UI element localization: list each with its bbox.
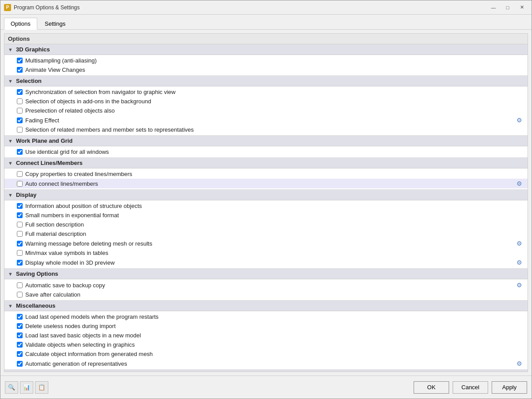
panel-header: Options [4, 34, 528, 44]
checkbox-auto-connect[interactable] [17, 181, 23, 187]
section-header-work-plane[interactable]: ▼ Work Plane and Grid [4, 136, 528, 146]
section-header-diagnostic[interactable]: ▼ Diagnostic data [4, 370, 528, 372]
tab-settings[interactable]: Settings [38, 18, 72, 30]
collapse-icon-display: ▼ [8, 192, 13, 198]
label-save-after-calc: Save after calculation [25, 291, 80, 298]
checkbox-select-members[interactable] [17, 127, 23, 133]
section-items-display: Information about position of structure … [4, 200, 528, 268]
checkbox-load-basic[interactable] [17, 332, 23, 338]
section-header-selection[interactable]: ▼ Selection [4, 76, 528, 86]
collapse-icon-misc: ▼ [8, 303, 13, 309]
label-multisampling: Multisampling (anti-aliasing) [25, 57, 97, 64]
option-multisampling: Multisampling (anti-aliasing) [4, 56, 528, 65]
gear-icon-auto-save[interactable]: ⚙ [513, 282, 522, 289]
ok-button[interactable]: OK [414, 381, 449, 394]
checkbox-fading-effect[interactable] [17, 117, 23, 123]
checkbox-auto-save[interactable] [17, 282, 23, 288]
label-preselect-related: Preselection of related objects also [25, 107, 115, 114]
checkbox-sync-selection[interactable] [17, 89, 23, 95]
section-header-saving[interactable]: ▼ Saving Options [4, 269, 528, 279]
tab-options[interactable]: Options [4, 18, 37, 30]
option-sync-selection: Synchronization of selection from naviga… [4, 87, 528, 97]
copy-tool-button[interactable]: 📋 [35, 381, 48, 394]
label-full-material: Full material description [25, 231, 86, 237]
section-header-connect-lines[interactable]: ▼ Connect Lines/Members [4, 158, 528, 168]
checkbox-delete-nodes[interactable] [17, 323, 23, 329]
section-saving-options: ▼ Saving Options Automatic save to backu… [4, 269, 528, 301]
checkbox-select-addons[interactable] [17, 98, 23, 104]
window-title: Program Options & Settings [14, 4, 487, 11]
checkbox-save-after-calc[interactable] [17, 292, 23, 297]
bottom-left-icons: 🔍 📊 📋 [5, 381, 48, 394]
search-tool-button[interactable]: 🔍 [5, 381, 18, 394]
checkbox-info-position[interactable] [17, 203, 23, 209]
checkbox-copy-properties[interactable] [17, 171, 23, 177]
checkbox-small-numbers[interactable] [17, 212, 23, 218]
checkbox-animate-view[interactable] [17, 67, 23, 73]
option-auto-gen-reps: Automatic generation of representatives … [4, 359, 528, 368]
checkbox-full-material[interactable] [17, 231, 23, 237]
collapse-icon-connect-lines: ▼ [8, 160, 13, 166]
checkbox-display-3d[interactable] [17, 260, 23, 266]
section-header-miscellaneous[interactable]: ▼ Miscellaneous [4, 301, 528, 311]
option-auto-connect: Auto connect lines/members ⚙ [4, 179, 528, 188]
option-load-basic: Load last saved basic objects in a new m… [4, 331, 528, 340]
option-calc-object-info: Calculate object information from genera… [4, 349, 528, 359]
label-select-members: Selection of related members and member … [25, 126, 194, 133]
label-delete-nodes: Delete useless nodes during import [25, 323, 116, 329]
gear-icon-fading[interactable]: ⚙ [513, 117, 522, 124]
label-auto-gen-reps: Automatic generation of representatives [25, 360, 127, 367]
main-window: P Program Options & Settings — □ ✕ Optio… [0, 0, 532, 399]
gear-icon-auto-connect[interactable]: ⚙ [513, 180, 522, 187]
option-select-members: Selection of related members and member … [4, 125, 528, 134]
section-diagnostic: ▼ Diagnostic data Send feedback & diagno… [4, 370, 528, 372]
checkbox-multisampling[interactable] [17, 58, 23, 63]
gear-icon-auto-gen-reps[interactable]: ⚙ [513, 360, 522, 367]
checkbox-identical-grid[interactable] [17, 149, 23, 155]
option-select-addons: Selection of objects in add-ons in the b… [4, 97, 528, 106]
label-load-basic: Load last saved basic objects in a new m… [25, 332, 141, 339]
label-minmax-symbols: Min/max value symbols in tables [25, 250, 108, 256]
cancel-button[interactable]: Cancel [453, 381, 488, 394]
checkbox-auto-gen-reps[interactable] [17, 361, 23, 367]
label-fading-effect: Fading Effect [25, 117, 59, 124]
section-items-selection: Synchronization of selection from naviga… [4, 86, 528, 135]
option-identical-grid: Use identical grid for all windows [4, 147, 528, 156]
checkbox-load-last-models[interactable] [17, 314, 23, 320]
option-load-last-models: Load last opened models when the program… [4, 312, 528, 321]
option-animate-view: Animate View Changes [4, 65, 528, 74]
titlebar-controls: — □ ✕ [487, 3, 528, 12]
checkbox-calc-object-info[interactable] [17, 351, 23, 357]
section-label-connect-lines: Connect Lines/Members [16, 160, 82, 166]
section-header-display[interactable]: ▼ Display [4, 190, 528, 200]
label-identical-grid: Use identical grid for all windows [25, 149, 109, 155]
label-sync-selection: Synchronization of selection from naviga… [25, 89, 176, 95]
section-miscellaneous: ▼ Miscellaneous Load last opened models … [4, 301, 528, 370]
option-info-position: Information about position of structure … [4, 201, 528, 211]
table-tool-button[interactable]: 📊 [20, 381, 33, 394]
main-content: Options ▼ 3D Graphics Multisampling (ant… [0, 30, 532, 376]
gear-icon-warning[interactable]: ⚙ [513, 240, 522, 247]
section-3d-graphics: ▼ 3D Graphics Multisampling (anti-aliasi… [4, 44, 528, 76]
section-label-saving: Saving Options [16, 270, 58, 277]
label-full-section: Full section description [25, 221, 84, 228]
section-header-3d-graphics[interactable]: ▼ 3D Graphics [4, 44, 528, 55]
checkbox-validate-objects[interactable] [17, 342, 23, 348]
checkbox-warning-message[interactable] [17, 241, 23, 246]
section-display: ▼ Display Information about position of … [4, 190, 528, 269]
option-auto-save: Automatic save to backup copy ⚙ [4, 280, 528, 290]
option-full-section: Full section description [4, 220, 528, 229]
bottom-toolbar: 🔍 📊 📋 OK Cancel Apply [0, 376, 532, 399]
label-auto-save: Automatic save to backup copy [25, 282, 105, 289]
minimize-button[interactable]: — [487, 3, 500, 12]
checkbox-preselect-related[interactable] [17, 108, 23, 113]
gear-icon-display-3d[interactable]: ⚙ [513, 259, 522, 266]
checkbox-minmax-symbols[interactable] [17, 250, 23, 256]
close-button[interactable]: ✕ [516, 3, 528, 12]
option-save-after-calc: Save after calculation [4, 290, 528, 299]
collapse-icon-selection: ▼ [8, 78, 13, 84]
option-small-numbers: Small numbers in exponential format [4, 211, 528, 220]
apply-button[interactable]: Apply [492, 381, 527, 394]
checkbox-full-section[interactable] [17, 222, 23, 227]
maximize-button[interactable]: □ [501, 3, 514, 12]
